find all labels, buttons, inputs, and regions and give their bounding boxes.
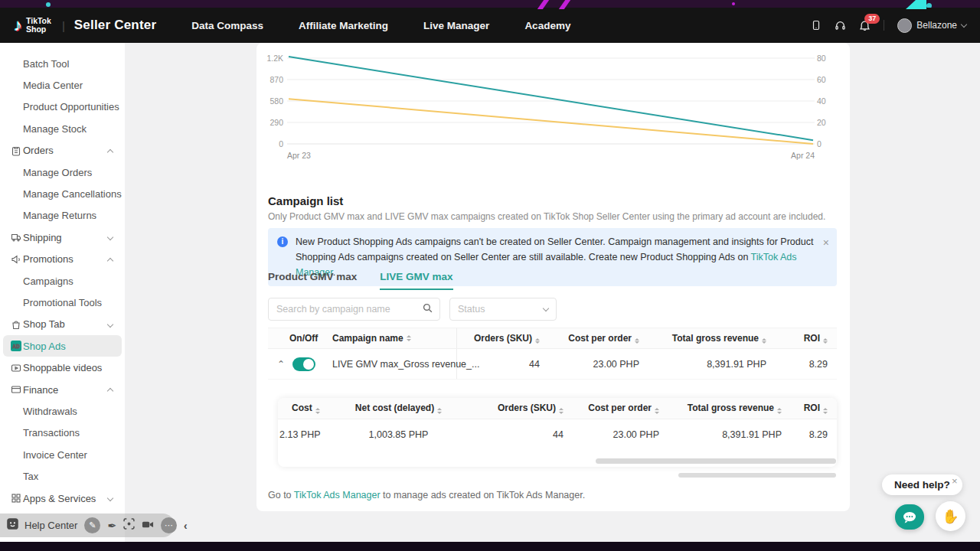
tiktok-shop-logo[interactable]: ♪ TikTok Shop (14, 17, 51, 34)
sort-icon (437, 408, 442, 414)
col-cost-per-order[interactable]: Cost per order (573, 403, 668, 414)
sidebar-item-manage-returns[interactable]: Manage Returns (0, 205, 125, 227)
user-menu[interactable]: Bellazone (897, 18, 966, 33)
col-total-gross-revenue[interactable]: Total gross revenue (648, 333, 776, 344)
sort-icon (823, 408, 828, 414)
nav-link-live-manager[interactable]: Live Manager (423, 20, 489, 31)
camera-icon[interactable] (142, 519, 154, 533)
chevron-down-icon (961, 21, 967, 28)
sidebar-item-shoppable-videos[interactable]: Shoppable videos (0, 357, 125, 378)
focus-frame-icon[interactable] (123, 518, 135, 533)
close-icon[interactable]: × (952, 475, 958, 487)
horizontal-scrollbar[interactable] (596, 458, 836, 464)
cost-cell: 2.13 PHP (278, 429, 335, 440)
status-select[interactable]: Status (449, 298, 557, 321)
nav-link-affiliate-marketing[interactable]: Affiliate Marketing (299, 20, 388, 31)
col-net-cost[interactable]: Net cost (delayed) (335, 403, 462, 414)
sidebar-item-orders[interactable]: Orders (0, 140, 125, 161)
sidebar-item-manage-orders[interactable]: Manage Orders (0, 161, 125, 183)
campaign-toggle-on[interactable] (292, 357, 315, 371)
col-onoff: On/Off (268, 333, 323, 344)
more-options-icon[interactable]: ⋯ (161, 517, 177, 533)
col-roi[interactable]: ROI (776, 333, 837, 344)
chevron-down-icon (108, 230, 113, 244)
total-gross-revenue-cell: 8,391.91 PHP (668, 429, 791, 440)
top-navbar: ♪ TikTok Shop | Seller Center Data Compa… (0, 8, 980, 43)
search-icon[interactable] (422, 302, 433, 317)
nav-link-academy[interactable]: Academy (524, 20, 570, 31)
sidebar-item-product-opportunities[interactable]: Product Opportunities (0, 96, 125, 118)
clipboard-icon (11, 145, 21, 156)
pen-icon[interactable]: ✒ (107, 520, 116, 532)
performance-chart: 1.2K 870 580 290 0 80 60 40 2 (266, 54, 841, 160)
bag-icon (11, 319, 21, 330)
sidebar-item-shop-tab[interactable]: Shop Tab (0, 314, 125, 335)
mobile-app-icon[interactable] (810, 20, 822, 31)
campaign-table: On/Off Campaign name Orders (SKU) Cost p… (268, 328, 837, 380)
sidebar-item-manage-stock[interactable]: Manage Stock (0, 118, 125, 139)
sidebar-item-shop-ads[interactable]: AD Shop Ads (3, 335, 122, 357)
ads-manager-link[interactable]: TikTok Ads Manager (294, 490, 381, 500)
sort-icon (635, 338, 639, 344)
sort-icon (407, 335, 411, 341)
sidebar-item-help-center[interactable]: Help Center (24, 520, 77, 531)
draw-tool-icon[interactable]: ✎ (84, 517, 100, 533)
notifications-bell-icon[interactable]: 37 (859, 20, 871, 31)
col-orders-sku[interactable]: Orders (SKU) (457, 333, 549, 344)
product-title: Seller Center (74, 18, 156, 33)
chevron-left-icon[interactable]: ‹ (184, 520, 188, 532)
nav-divider: | (62, 19, 65, 32)
sort-icon (655, 408, 659, 414)
sort-icon (823, 338, 828, 344)
close-icon[interactable]: × (823, 234, 829, 251)
headset-icon[interactable] (835, 20, 846, 31)
sidebar-item-promotions[interactable]: Promotions (0, 249, 125, 270)
sidebar-item-promotional-tools[interactable]: Promotional Tools (0, 292, 125, 313)
raise-hand-button[interactable]: ✋ (936, 501, 965, 531)
help-icon[interactable] (6, 517, 19, 533)
sidebar-item-manage-cancellations[interactable]: Manage Cancellations (0, 183, 125, 204)
chat-support-button[interactable] (895, 504, 924, 530)
tab-live-gmv-max[interactable]: LIVE GMV max (380, 271, 452, 290)
hand-icon: ✋ (942, 508, 959, 525)
sidebar-item-batch-tool[interactable]: Batch Tool (0, 53, 125, 74)
sidebar-item-tax[interactable]: Tax (0, 465, 125, 487)
footer-note: Go to TikTok Ads Manager to manage ads c… (268, 490, 585, 500)
svg-text:AD: AD (12, 344, 20, 349)
chat-bubble-icon (902, 510, 917, 524)
sidebar-item-shipping[interactable]: Shipping (0, 227, 125, 248)
chart-plot (287, 54, 815, 148)
sidebar-item-invoice-center[interactable]: Invoice Center (0, 444, 125, 465)
horizontal-scrollbar[interactable] (678, 473, 836, 478)
col-orders-sku[interactable]: Orders (SKU) (462, 403, 573, 414)
col-cost[interactable]: Cost (278, 403, 335, 414)
sort-icon (535, 338, 540, 344)
x-axis-labels: Apr 23 Apr 24 (287, 151, 815, 160)
col-roi[interactable]: ROI (791, 403, 837, 414)
campaign-detail-table: Cost Net cost (delayed) Orders (SKU) Cos… (278, 398, 837, 467)
total-gross-revenue-cell: 8,391.91 PHP (648, 359, 776, 370)
right-axis-ticks: 80 60 40 20 0 (815, 54, 835, 148)
chevron-up-icon (108, 253, 113, 266)
sidebar-item-apps-services[interactable]: Apps & Services (0, 487, 125, 509)
decorative-wedge (916, 0, 926, 9)
tiktok-note-icon: ♪ (14, 17, 22, 34)
collapse-caret-icon[interactable]: ⌃ (277, 359, 285, 370)
cost-per-order-cell: 23.00 PHP (549, 359, 648, 370)
sidebar-item-campaigns[interactable]: Campaigns (0, 270, 125, 292)
search-input[interactable] (276, 304, 422, 315)
sort-icon (559, 408, 564, 414)
sidebar-item-media-center[interactable]: Media Center (0, 74, 125, 96)
megaphone-icon (11, 254, 21, 265)
sidebar-item-finance[interactable]: Finance (0, 379, 125, 400)
nav-link-data-compass[interactable]: Data Compass (191, 20, 263, 31)
campaign-name-cell[interactable]: LIVE GMV max_Gross revenue_... (323, 349, 457, 379)
col-total-gross-revenue[interactable]: Total gross revenue (668, 403, 791, 414)
col-campaign-name[interactable]: Campaign name (323, 328, 457, 348)
tab-product-gmv-max[interactable]: Product GMV max (268, 271, 357, 290)
video-bottom-strip (0, 542, 980, 551)
need-help-bubble[interactable]: Need help? (882, 474, 962, 495)
sidebar-item-transactions[interactable]: Transactions (0, 422, 125, 444)
sidebar-item-withdrawals[interactable]: Withdrawals (0, 400, 125, 422)
col-cost-per-order[interactable]: Cost per order (549, 333, 648, 344)
